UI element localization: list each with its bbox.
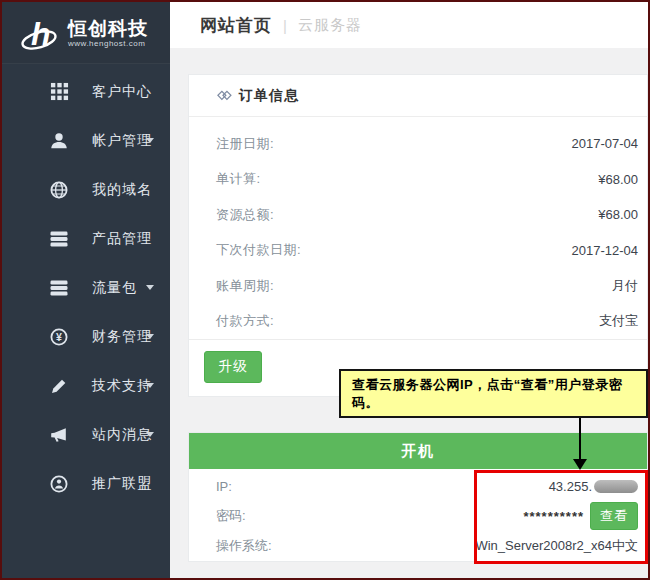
row-value: ¥68.00 bbox=[598, 207, 638, 222]
view-password-button[interactable]: 查看 bbox=[590, 502, 638, 530]
row-label: 下次付款日期: bbox=[216, 241, 301, 259]
chevron-down-icon bbox=[146, 138, 154, 143]
pencil-icon bbox=[48, 375, 70, 397]
upgrade-button[interactable]: 升级 bbox=[204, 351, 262, 383]
table-row: 密码: ********** 查看 bbox=[216, 501, 638, 531]
annotation-arrow-head-icon bbox=[573, 459, 587, 470]
chevron-down-icon bbox=[146, 383, 154, 388]
table-row: 账单周期: 月付 bbox=[216, 268, 638, 304]
sidebar-item-traffic-package[interactable]: 流量包 bbox=[2, 263, 170, 312]
row-value: 2017-12-04 bbox=[572, 243, 639, 258]
server-icon bbox=[48, 228, 70, 250]
row-value: 支付宝 bbox=[599, 312, 638, 330]
table-row: 付款方式: 支付宝 bbox=[216, 304, 638, 340]
globe-icon bbox=[48, 179, 70, 201]
os-value: Win_Server2008r2_x64中文 bbox=[475, 537, 638, 555]
sidebar-item-finance-management[interactable]: ¥ 财务管理 bbox=[2, 312, 170, 361]
sidebar-menu: 客户中心 帐户管理 bbox=[2, 67, 170, 508]
order-info-card: 订单信息 注册日期: 2017-07-04 单计算: ¥68.00 资源总额: … bbox=[188, 74, 648, 397]
row-label: 付款方式: bbox=[216, 312, 274, 330]
password-label: 密码: bbox=[216, 507, 246, 525]
sidebar-item-product-management[interactable]: 产品管理 bbox=[2, 214, 170, 263]
table-row: 操作系统: Win_Server2008r2_x64中文 bbox=[216, 531, 638, 561]
ip-visible-part: 43.255. bbox=[549, 479, 592, 494]
order-rows: 注册日期: 2017-07-04 单计算: ¥68.00 资源总额: ¥68.0… bbox=[189, 117, 647, 339]
logo-subtitle: www.henghost.com bbox=[68, 39, 148, 48]
sidebar-item-label: 帐户管理 bbox=[92, 132, 152, 150]
chevron-down-icon bbox=[146, 334, 154, 339]
ip-redacted-blur bbox=[594, 480, 638, 493]
svg-text:¥: ¥ bbox=[56, 331, 62, 343]
sidebar-item-site-messages[interactable]: 站内消息 bbox=[2, 410, 170, 459]
sidebar-item-label: 站内消息 bbox=[92, 426, 152, 444]
annotation-arrow-line bbox=[579, 418, 581, 460]
sidebar-item-label: 我的域名 bbox=[92, 181, 152, 199]
table-row: 单计算: ¥68.00 bbox=[216, 162, 638, 198]
sidebar-item-label: 推广联盟 bbox=[92, 475, 152, 493]
sidebar-item-tech-support[interactable]: 技术支持 bbox=[2, 361, 170, 410]
sidebar-item-label: 产品管理 bbox=[92, 230, 152, 248]
sidebar-item-label: 流量包 bbox=[92, 279, 137, 297]
table-row: 资源总额: ¥68.00 bbox=[216, 197, 638, 233]
grid-icon bbox=[48, 81, 70, 103]
chevron-down-icon bbox=[146, 285, 154, 290]
logo[interactable]: h 恒创科技 www.henghost.com bbox=[2, 2, 170, 64]
order-info-header: 订单信息 bbox=[189, 75, 647, 117]
sidebar-item-label: 技术支持 bbox=[92, 377, 152, 395]
order-info-title: 订单信息 bbox=[239, 87, 299, 105]
server-rows: IP: 43.255. 密码: ********** 查看 操作系统: Win_… bbox=[189, 469, 647, 561]
sidebar-item-my-domains[interactable]: 我的域名 bbox=[2, 165, 170, 214]
row-label: 单计算: bbox=[216, 170, 261, 188]
sidebar-item-customer-center[interactable]: 客户中心 bbox=[2, 67, 170, 116]
row-label: 账单周期: bbox=[216, 277, 274, 295]
table-row: IP: 43.255. bbox=[216, 471, 638, 501]
table-row: 注册日期: 2017-07-04 bbox=[216, 126, 638, 162]
page-title: 网站首页 bbox=[200, 14, 272, 37]
page-header: 网站首页 | 云服务器 bbox=[170, 2, 648, 48]
annotation-text: 查看云服务器公网IP，点击“查看”用户登录密码。 bbox=[352, 376, 646, 412]
password-value: ********** 查看 bbox=[523, 502, 638, 530]
logo-title: 恒创科技 bbox=[68, 18, 148, 39]
user-icon bbox=[48, 130, 70, 152]
server-icon bbox=[48, 277, 70, 299]
row-value: ¥68.00 bbox=[598, 172, 638, 187]
row-value: 月付 bbox=[612, 277, 638, 295]
sidebar-item-label: 客户中心 bbox=[92, 83, 152, 101]
password-mask: ********** bbox=[523, 509, 584, 524]
person-circle-icon bbox=[48, 473, 70, 495]
ip-value: 43.255. bbox=[549, 479, 638, 494]
breadcrumb-current: 云服务器 bbox=[298, 16, 362, 35]
app-window: h 恒创科技 www.henghost.com 客户中心 bbox=[0, 0, 650, 580]
row-label: 资源总额: bbox=[216, 206, 274, 224]
row-label: 注册日期: bbox=[216, 135, 274, 153]
breadcrumb-separator: | bbox=[283, 17, 287, 34]
sidebar-item-account-management[interactable]: 帐户管理 bbox=[2, 116, 170, 165]
ip-label: IP: bbox=[216, 479, 232, 494]
svg-text:h: h bbox=[31, 16, 51, 52]
row-value: 2017-07-04 bbox=[572, 136, 639, 151]
henghost-logo-icon: h bbox=[18, 11, 62, 55]
double-diamond-icon bbox=[217, 89, 232, 102]
sidebar: h 恒创科技 www.henghost.com 客户中心 bbox=[2, 2, 170, 578]
sidebar-item-label: 财务管理 bbox=[92, 328, 152, 346]
yen-circle-icon: ¥ bbox=[48, 326, 70, 348]
table-row: 下次付款日期: 2017-12-04 bbox=[216, 233, 638, 269]
annotation-callout: 查看云服务器公网IP，点击“查看”用户登录密码。 bbox=[339, 369, 648, 418]
os-label: 操作系统: bbox=[216, 537, 272, 555]
chevron-down-icon bbox=[146, 432, 154, 437]
sidebar-item-affiliate-program[interactable]: 推广联盟 bbox=[2, 459, 170, 508]
megaphone-icon bbox=[48, 424, 70, 446]
